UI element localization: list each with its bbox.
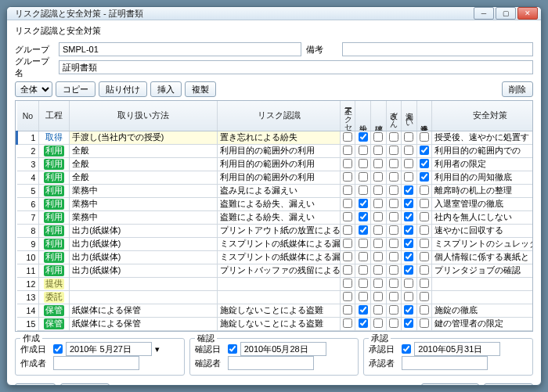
row-checkbox[interactable]	[373, 305, 383, 315]
cell-check-0[interactable]	[340, 158, 355, 171]
cell-check-4[interactable]	[402, 211, 417, 225]
row-checkbox[interactable]	[389, 185, 398, 195]
row-checkbox[interactable]	[389, 265, 398, 275]
row-checkbox[interactable]	[359, 212, 368, 221]
row-checkbox[interactable]	[389, 146, 398, 155]
cell-check-4[interactable]	[402, 238, 417, 251]
row-checkbox[interactable]	[404, 172, 413, 182]
row-checkbox[interactable]	[389, 225, 398, 235]
row-checkbox[interactable]	[420, 318, 429, 328]
row-checkbox[interactable]	[373, 239, 383, 248]
cell-check-1[interactable]	[355, 185, 371, 198]
confirm-date-input[interactable]	[240, 342, 326, 356]
row-checkbox[interactable]	[359, 225, 368, 235]
row-checkbox[interactable]	[404, 239, 413, 248]
row-checkbox[interactable]	[404, 252, 413, 261]
row-checkbox[interactable]	[420, 239, 429, 248]
cell-check-3[interactable]	[386, 185, 402, 198]
row-checkbox[interactable]	[420, 199, 429, 208]
row-checkbox[interactable]	[359, 172, 368, 182]
cell-check-5[interactable]	[416, 291, 432, 304]
row-checkbox[interactable]	[373, 252, 383, 261]
copy-button[interactable]: コピー	[56, 81, 96, 97]
table-row[interactable]: 2利用全般利用目的の範囲外の利用利用目的の範囲内での	[17, 145, 534, 158]
cell-check-4[interactable]	[402, 145, 417, 158]
cell-check-2[interactable]	[370, 185, 386, 198]
row-checkbox[interactable]	[373, 146, 383, 155]
row-checkbox[interactable]	[373, 172, 383, 182]
row-checkbox[interactable]	[404, 212, 413, 221]
row-checkbox[interactable]	[343, 225, 352, 235]
cell-check-0[interactable]	[340, 131, 355, 145]
cell-check-4[interactable]	[402, 225, 417, 238]
paste-button[interactable]: 貼り付け	[99, 81, 147, 97]
cell-check-0[interactable]	[340, 278, 355, 291]
complete-button[interactable]: 作成完了	[421, 383, 479, 386]
table-row[interactable]: 6利用業務中盗難による紛失、漏えい入退室管理の徹底	[17, 198, 534, 211]
confirm-author-input[interactable]	[228, 356, 314, 370]
cell-check-1[interactable]	[355, 158, 371, 171]
cell-check-4[interactable]	[402, 304, 417, 318]
row-checkbox[interactable]	[420, 146, 429, 155]
cell-check-0[interactable]	[340, 198, 355, 211]
approve-date-check[interactable]	[402, 344, 411, 354]
cell-check-2[interactable]	[370, 225, 386, 238]
row-checkbox[interactable]	[404, 305, 413, 315]
cell-check-0[interactable]	[340, 211, 355, 225]
cell-check-2[interactable]	[370, 291, 386, 304]
row-checkbox[interactable]	[373, 199, 383, 208]
cell-check-5[interactable]	[416, 318, 432, 331]
row-checkbox[interactable]	[420, 225, 429, 235]
row-checkbox[interactable]	[359, 146, 368, 155]
table-row[interactable]: 13委託	[17, 291, 534, 304]
cell-check-0[interactable]	[340, 225, 355, 238]
cell-check-2[interactable]	[370, 304, 386, 318]
cell-check-4[interactable]	[402, 131, 417, 145]
row-checkbox[interactable]	[420, 265, 429, 275]
cell-check-3[interactable]	[386, 225, 402, 238]
maximize-button[interactable]: ▢	[496, 7, 516, 20]
row-checkbox[interactable]	[343, 265, 352, 275]
col-method[interactable]: 取り扱い方法	[70, 101, 218, 131]
create-date-check[interactable]	[53, 344, 63, 354]
cell-check-0[interactable]	[340, 318, 355, 331]
row-checkbox[interactable]	[359, 239, 368, 248]
row-checkbox[interactable]	[404, 185, 413, 195]
row-checkbox[interactable]	[404, 132, 413, 142]
create-date-input[interactable]	[66, 342, 152, 356]
cell-check-5[interactable]	[416, 238, 432, 251]
approve-date-input[interactable]	[414, 342, 500, 356]
cell-check-3[interactable]	[386, 198, 402, 211]
row-checkbox[interactable]	[404, 199, 413, 208]
cell-check-5[interactable]	[416, 278, 432, 291]
row-checkbox[interactable]	[389, 172, 398, 182]
row-checkbox[interactable]	[389, 159, 398, 168]
row-checkbox[interactable]	[420, 172, 429, 182]
cell-check-4[interactable]	[402, 171, 417, 185]
cell-check-3[interactable]	[386, 318, 402, 331]
table-row[interactable]: 3利用全般利用目的の範囲外の利用利用者の限定	[17, 158, 534, 171]
cell-check-2[interactable]	[370, 131, 386, 145]
cell-check-2[interactable]	[370, 278, 386, 291]
row-checkbox[interactable]	[343, 318, 352, 328]
col-c6[interactable]: 法令違反	[416, 101, 432, 131]
cell-check-5[interactable]	[416, 225, 432, 238]
cell-check-3[interactable]	[386, 158, 402, 171]
cell-check-0[interactable]	[340, 264, 355, 278]
remark-input[interactable]	[342, 42, 533, 56]
cell-check-1[interactable]	[355, 264, 371, 278]
cell-check-1[interactable]	[355, 278, 371, 291]
row-checkbox[interactable]	[389, 199, 398, 208]
row-checkbox[interactable]	[359, 132, 368, 142]
table-row[interactable]: 9利用出力(紙媒体)ミスプリントの紙媒体による漏えいミスプリントのシュレッダー	[17, 238, 534, 251]
row-checkbox[interactable]	[389, 239, 398, 248]
cell-check-2[interactable]	[370, 238, 386, 251]
row-checkbox[interactable]	[373, 279, 383, 288]
cell-check-2[interactable]	[370, 264, 386, 278]
row-checkbox[interactable]	[359, 199, 368, 208]
row-checkbox[interactable]	[420, 132, 429, 142]
table-row[interactable]: 8利用出力(紙媒体)プリントアウト紙の放置による紛失速やかに回収する	[17, 225, 534, 238]
cell-check-2[interactable]	[370, 171, 386, 185]
row-checkbox[interactable]	[359, 185, 368, 195]
cell-check-3[interactable]	[386, 145, 402, 158]
